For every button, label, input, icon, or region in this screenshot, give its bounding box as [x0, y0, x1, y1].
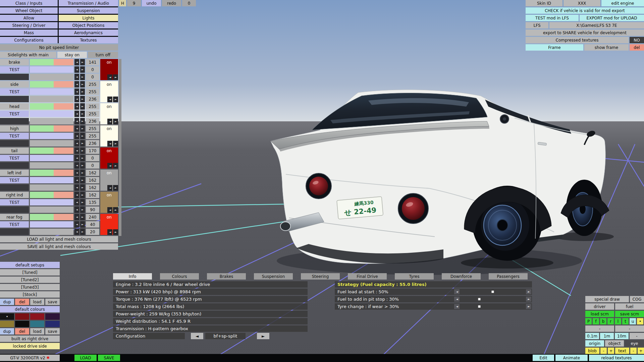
- light-name-button[interactable]: tail: [0, 147, 29, 154]
- spinner-right-icon[interactable]: ►: [80, 199, 85, 205]
- toggle-b-button[interactable]: b: [600, 318, 606, 324]
- swatch-right-icon[interactable]: ►: [113, 141, 118, 146]
- dash-button[interactable]: -: [615, 325, 644, 332]
- spinner-left-icon[interactable]: ◄: [74, 66, 79, 73]
- light-colour-swatch[interactable]: on ◄►: [100, 59, 118, 80]
- light-name-button[interactable]: rear fog: [0, 214, 29, 220]
- spinner-right-icon[interactable]: ►: [80, 125, 85, 132]
- light-name-button[interactable]: side: [0, 81, 29, 87]
- spinner-right-icon[interactable]: ►: [80, 177, 85, 183]
- blue-slider[interactable]: [30, 74, 73, 80]
- swatch-right-icon[interactable]: ►: [113, 163, 118, 169]
- tyre-change-slider[interactable]: ◄ ►: [454, 304, 531, 309]
- tab-steering[interactable]: Steering: [301, 273, 340, 280]
- spinner-left-icon[interactable]: ◄: [74, 170, 79, 176]
- spinner-left-icon[interactable]: ◄: [74, 229, 79, 235]
- spinner-left-icon[interactable]: ◄: [74, 221, 79, 228]
- toggle-u-button[interactable]: u: [630, 318, 636, 324]
- green-slider[interactable]: [30, 66, 73, 73]
- setup-save-button[interactable]: save: [45, 299, 60, 305]
- red-slider[interactable]: [30, 103, 73, 110]
- slider-thumb[interactable]: [478, 305, 481, 308]
- red-slider[interactable]: [30, 125, 73, 132]
- colour-swatch[interactable]: [15, 313, 29, 320]
- spinner-left-icon[interactable]: ◄: [74, 155, 79, 161]
- test-button[interactable]: TEST: [0, 66, 29, 73]
- spinner-right-icon[interactable]: ►: [80, 170, 85, 176]
- swatch-right-icon[interactable]: ►: [113, 119, 118, 124]
- frame-button[interactable]: Frame: [526, 44, 583, 51]
- compressed-textures-value[interactable]: NO: [630, 37, 644, 43]
- animate-mode-button[interactable]: Animate: [555, 355, 588, 361]
- spinner-left-icon[interactable]: ◄: [74, 96, 79, 102]
- spinner-left-icon[interactable]: ◄: [74, 111, 79, 117]
- toggle-l-button[interactable]: l: [615, 318, 621, 324]
- scale-0-1m-button[interactable]: 0.1m: [585, 333, 599, 339]
- setup-tuned[interactable]: [Tuned]: [0, 269, 60, 276]
- fuel-button[interactable]: fuel: [615, 303, 644, 310]
- setup-stock[interactable]: [Stock]: [0, 291, 60, 298]
- spinner-right-icon[interactable]: ►: [80, 66, 85, 73]
- tab-colours[interactable]: Colours: [160, 273, 199, 280]
- hotkey-h-button[interactable]: H: [119, 0, 126, 6]
- frame-del-button[interactable]: del: [630, 44, 644, 51]
- green-slider[interactable]: [30, 177, 73, 183]
- driver-button[interactable]: driver: [585, 303, 614, 310]
- green-slider[interactable]: [30, 111, 73, 117]
- spinner-left-icon[interactable]: ◄: [74, 192, 79, 198]
- slider-thumb[interactable]: [478, 298, 481, 300]
- light-colour-swatch[interactable]: on ◄►: [100, 81, 118, 102]
- light-colour-swatch[interactable]: on ◄►: [100, 192, 118, 213]
- check-vehicle-button[interactable]: CHECK if vehicle is valid for mod export: [526, 7, 644, 14]
- colour-swatch[interactable]: [30, 321, 44, 327]
- lights-scrollbar[interactable]: [119, 59, 121, 236]
- toggle-r-button[interactable]: r: [607, 318, 614, 324]
- spinner-right-icon[interactable]: ►: [80, 103, 85, 110]
- spinner-right-icon[interactable]: ►: [80, 221, 85, 228]
- vehicle-name-button[interactable]: GT-V 3200GTR v2 ✱: [0, 355, 60, 361]
- blue-slider[interactable]: [30, 184, 73, 191]
- menu-textures[interactable]: Textures: [59, 37, 118, 43]
- colour-swatch-selected[interactable]: •: [0, 313, 14, 320]
- spinner-left-icon[interactable]: ◄: [74, 88, 79, 95]
- light-name-button[interactable]: left ind: [0, 170, 29, 176]
- swatch-left-icon[interactable]: ◄: [107, 119, 112, 124]
- setup-dup-button[interactable]: dup: [0, 299, 14, 305]
- slider-track[interactable]: [460, 304, 526, 309]
- save-scm-button[interactable]: save scm: [615, 311, 644, 317]
- swatch-right-icon[interactable]: ►: [113, 74, 118, 80]
- green-slider[interactable]: [30, 88, 73, 95]
- setup-tuned2[interactable]: [Tuned2]: [0, 277, 60, 283]
- reload-textures-button[interactable]: reload textures: [589, 355, 644, 361]
- export-share-button[interactable]: export to SHARE vehicle for development: [526, 29, 644, 36]
- undo-button[interactable]: undo: [142, 0, 161, 6]
- edit-mode-button[interactable]: Edit: [533, 355, 554, 361]
- load-all-colours-button[interactable]: LOAD all light and mesh colours: [0, 236, 118, 242]
- tab-brakes[interactable]: Brakes: [207, 273, 246, 280]
- green-slider[interactable]: [30, 199, 73, 205]
- blue-slider[interactable]: [30, 140, 73, 146]
- spinner-left-icon[interactable]: ◄: [74, 118, 79, 124]
- tab-final-drive[interactable]: Final Drive: [348, 273, 387, 280]
- colour-dup-button[interactable]: dup: [0, 328, 14, 335]
- test-button[interactable]: TEST: [0, 221, 29, 228]
- slider-left-icon[interactable]: ◄: [454, 289, 460, 294]
- compressed-textures-label[interactable]: Compressed textures: [526, 37, 629, 43]
- stay-on-button[interactable]: stay on: [57, 52, 87, 58]
- light-colour-swatch[interactable]: on ◄►: [100, 214, 118, 235]
- tab-downforce[interactable]: Downforce: [442, 273, 481, 280]
- menu-class-inputs[interactable]: Class / Inputs: [0, 0, 58, 6]
- menu-configurations[interactable]: Configurations: [0, 37, 58, 43]
- text-button[interactable]: text: [615, 348, 629, 354]
- blue-slider[interactable]: [30, 229, 73, 235]
- spinner-right-icon[interactable]: ►: [80, 74, 85, 80]
- redo-button[interactable]: redo: [162, 0, 181, 6]
- tab-suspension[interactable]: Suspension: [254, 273, 293, 280]
- slider-right-icon[interactable]: ►: [526, 297, 531, 302]
- light-name-button[interactable]: brake: [0, 59, 29, 65]
- toggle-p-button[interactable]: P: [585, 318, 592, 324]
- light-colour-swatch[interactable]: on ◄►: [100, 103, 118, 124]
- tab-info[interactable]: Info: [113, 273, 152, 280]
- swatch-left-icon[interactable]: ◄: [107, 97, 112, 102]
- menu-lights-selected[interactable]: Lights: [59, 15, 118, 21]
